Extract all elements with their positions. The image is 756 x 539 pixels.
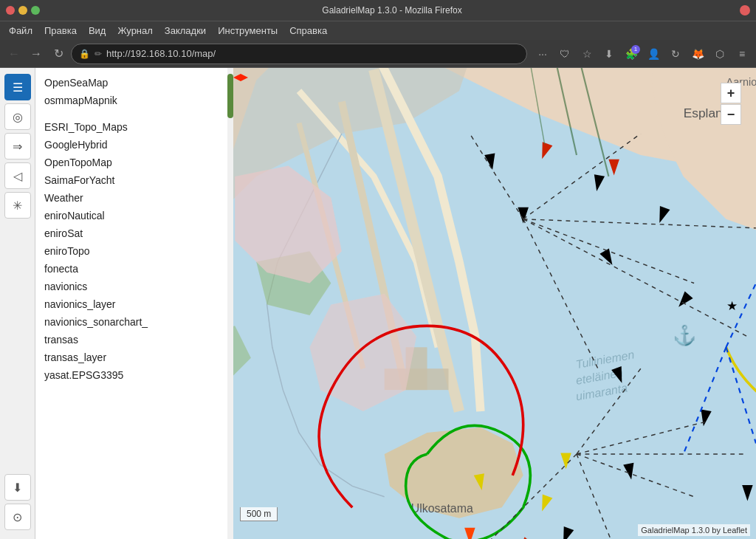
svg-marker-68	[233, 74, 248, 81]
sidebar: ☰ ◎ ⇒ ◁ ✳ ⬇ ⊙ OpenSeaMap osmmapMapnik ES…	[0, 68, 233, 539]
menu-help[interactable]: Справка	[284, 24, 333, 38]
layer-item-enirotopo[interactable]: eniroTopo	[35, 242, 233, 260]
layer-item-navionics[interactable]: navionics	[35, 278, 233, 295]
window-controls[interactable]	[6, 6, 40, 15]
shield-button[interactable]: 🛡	[555, 44, 574, 63]
content-area: Tulliniemen eteläinen uimaranta ⚓ Esplan…	[0, 68, 756, 539]
profile-button[interactable]: 👤	[644, 44, 663, 63]
layer-item-enirosat[interactable]: eniroSat	[35, 224, 233, 242]
layer-item-saimaforyacht[interactable]: SaimaForYacht	[35, 171, 233, 189]
icon-bar: ☰ ◎ ⇒ ◁ ✳ ⬇ ⊙	[0, 68, 35, 539]
target-button[interactable]: ◎	[4, 103, 31, 130]
download-layer-button[interactable]: ⬇	[4, 474, 31, 501]
extensions-button[interactable]: 🧩 1	[622, 44, 641, 63]
pocket-button[interactable]: ⬡	[710, 44, 729, 63]
zoom-controls: + −	[721, 83, 741, 125]
zoom-out-button[interactable]: −	[721, 104, 741, 125]
menu-view[interactable]: Вид	[83, 24, 112, 38]
scrollbar-track	[227, 68, 233, 539]
asterisk-button[interactable]: ✳	[4, 192, 31, 219]
share-button[interactable]: ◁	[4, 162, 31, 189]
toolbar-icons: ··· 🛡 ☆ ⬇ 🧩 1 👤 ↻ 🦊 ⬡ ≡	[533, 44, 752, 63]
pen-icon: ✏	[94, 49, 102, 59]
svg-text:⚓: ⚓	[673, 323, 697, 347]
layer-item-transas-layer[interactable]: transas_layer	[35, 349, 233, 366]
layer-item-weather[interactable]: Weather	[35, 189, 233, 207]
sync-button[interactable]: ↻	[666, 44, 685, 63]
indicator-dot	[233, 71, 241, 77]
layer-section-divider	[35, 109, 233, 118]
back-button[interactable]: ←	[4, 44, 24, 63]
svg-text:★: ★	[726, 298, 738, 313]
minimize-button[interactable]	[18, 6, 27, 15]
map-attribution: GaladrielMap 1.3.0 by Leaflet	[638, 524, 750, 536]
titlebar: GaladrielMap 1.3.0 - Mozilla Firefox	[0, 0, 756, 21]
layer-item-googlehybrid[interactable]: GoogleHybrid	[35, 136, 233, 154]
layer-item-eniropolitan[interactable]: eniroNautical	[35, 207, 233, 224]
layer-item-navionics-sonarchart[interactable]: navionics_sonarchart_	[35, 313, 233, 331]
layer-item-transas[interactable]: transas	[35, 331, 233, 349]
arrow-right-button[interactable]: ⇒	[4, 133, 31, 159]
menu-bookmarks[interactable]: Закладки	[159, 24, 212, 38]
firefox-button[interactable]: 🦊	[688, 44, 707, 63]
close-button[interactable]	[6, 6, 15, 15]
settings-button[interactable]: ⊙	[4, 504, 31, 530]
scrollbar-thumb[interactable]	[227, 74, 233, 118]
extensions-badge: 1	[631, 45, 640, 54]
addressbar: ← → ↻ 🔒 ✏ http://192.168.10.10/map/ ··· …	[0, 40, 756, 68]
scale-text: 500 m	[247, 509, 271, 519]
reload-button[interactable]: ↻	[49, 44, 68, 63]
scale-bar: 500 m	[240, 507, 278, 521]
menu-edit[interactable]: Правка	[38, 24, 83, 38]
menubar: Файл Правка Вид Журнал Закладки Инструме…	[0, 21, 756, 40]
hamburger-menu-button[interactable]: ≡	[732, 44, 752, 63]
layer-list: OpenSeaMap osmmapMapnik ESRI_Topo_Maps G…	[35, 68, 233, 539]
layer-item-esri[interactable]: ESRI_Topo_Maps	[35, 118, 233, 136]
menu-file[interactable]: Файл	[3, 24, 38, 38]
layers-button[interactable]: ☰	[4, 74, 31, 100]
layer-item-openseamap[interactable]: OpenSeaMap	[35, 74, 233, 92]
menu-tools[interactable]: Инструменты	[212, 24, 284, 38]
bookmark-star-button[interactable]: ☆	[577, 44, 597, 63]
svg-text:Ulkosatama: Ulkosatama	[411, 502, 473, 515]
forward-button[interactable]: →	[27, 44, 46, 63]
layer-item-fonecta[interactable]: fonecta	[35, 260, 233, 278]
zoom-in-button[interactable]: +	[721, 83, 741, 103]
url-text: http://192.168.10.10/map/	[106, 48, 519, 59]
layer-item-navionics-layer[interactable]: navionics_layer	[35, 295, 233, 313]
more-options-button[interactable]: ···	[533, 44, 552, 63]
firefox-logo	[740, 5, 750, 16]
lock-icon: 🔒	[79, 49, 90, 59]
layer-item-yasat[interactable]: yasat.EPSG3395	[35, 366, 233, 384]
url-bar[interactable]: 🔒 ✏ http://192.168.10.10/map/	[71, 44, 527, 64]
layer-item-opentopomap[interactable]: OpenTopoMap	[35, 154, 233, 171]
menu-history[interactable]: Журнал	[111, 24, 158, 38]
window-title: GaladrielMap 1.3.0 - Mozilla Firefox	[49, 5, 735, 16]
maximize-button[interactable]	[31, 6, 40, 15]
download-button[interactable]: ⬇	[599, 44, 619, 63]
layer-item-osmmapnik[interactable]: osmmapMapnik	[35, 92, 233, 109]
